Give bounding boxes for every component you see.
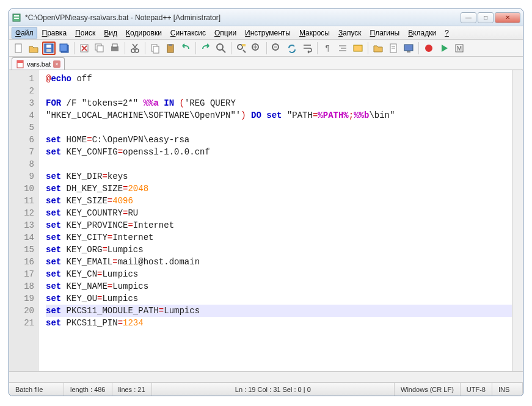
code-line[interactable] (46, 121, 512, 134)
save-icon (43, 43, 54, 54)
code-line[interactable]: set DH_KEY_SIZE=2048 (46, 183, 512, 195)
svg-rect-3 (15, 44, 21, 53)
status-eol: Windows (CR LF) (395, 383, 461, 396)
cut-icon (129, 43, 140, 54)
statusbar: Batch file length : 486 lines : 21 Ln : … (9, 382, 523, 396)
doc-button[interactable] (387, 42, 400, 55)
sync-button[interactable] (285, 42, 299, 55)
replace-button[interactable] (235, 42, 248, 55)
menu-кодировки[interactable]: Кодировки (122, 27, 166, 38)
file-icon (16, 60, 24, 68)
tab-label: vars.bat (27, 60, 51, 68)
monitor-button[interactable] (402, 42, 415, 55)
code-line[interactable]: set KEY_SIZE=4096 (46, 195, 512, 207)
menubar: ФайлПравкаПоискВидКодировкиСинтаксисОпци… (9, 26, 523, 40)
ws-button[interactable]: ¶ (321, 42, 334, 55)
svg-point-43 (425, 45, 432, 52)
save-all-button[interactable] (57, 42, 71, 55)
code-line[interactable]: set KEY_CITY=Internet (46, 231, 512, 244)
cut-button[interactable] (128, 42, 142, 55)
lang-button[interactable] (351, 42, 365, 55)
code-line[interactable]: set KEY_NAME=Lumpics (46, 280, 512, 292)
new-icon (13, 43, 24, 54)
code-line[interactable]: set KEY_OU=Lumpics (46, 292, 512, 305)
tab-close-icon[interactable]: × (53, 60, 60, 68)
open-button[interactable] (27, 42, 40, 55)
code-line[interactable]: set KEY_COUNTRY=RU (46, 207, 512, 219)
rec-button[interactable] (422, 42, 435, 55)
code-line[interactable]: set KEY_ORG=Lumpics (46, 244, 512, 256)
indent-button[interactable] (336, 42, 349, 55)
undo-button[interactable] (179, 42, 192, 55)
toolbar: ¶M (9, 40, 523, 57)
wrap-button[interactable] (301, 42, 314, 55)
menu-синтаксис[interactable]: Синтаксис (167, 27, 210, 38)
zoom-out-button[interactable] (270, 42, 283, 55)
folder-icon (373, 43, 384, 54)
file-tab[interactable]: vars.bat × (12, 57, 65, 70)
code-line[interactable]: set KEY_EMAIL=mail@host.domain (46, 256, 512, 268)
svg-rect-41 (404, 45, 413, 51)
code-line[interactable] (46, 85, 512, 97)
zoom-in-button[interactable] (250, 42, 263, 55)
maximize-button[interactable]: □ (478, 12, 494, 23)
play-button[interactable] (437, 42, 451, 55)
svg-rect-27 (242, 44, 246, 46)
code-line[interactable]: set KEY_CN=Lumpics (46, 268, 512, 280)
menu-вид[interactable]: Вид (100, 27, 121, 38)
svg-text:¶: ¶ (326, 44, 329, 53)
menu-плагины[interactable]: Плагины (366, 27, 404, 38)
close-button[interactable] (78, 42, 91, 55)
paste-icon (165, 43, 176, 54)
code-line[interactable]: set KEY_DIR=keys (46, 170, 512, 183)
menu-опции[interactable]: Опции (211, 27, 240, 38)
monitor-icon (403, 43, 414, 54)
redo-button[interactable] (199, 42, 213, 55)
minimize-button[interactable]: — (461, 12, 476, 23)
svg-line-25 (222, 49, 225, 53)
find-button[interactable] (214, 42, 228, 55)
replace-icon (236, 43, 247, 54)
menu-вкладки[interactable]: Вкладки (404, 27, 440, 38)
menu-инструменты[interactable]: Инструменты (241, 27, 294, 38)
svg-rect-21 (153, 46, 159, 53)
code-line[interactable] (46, 329, 512, 341)
code-line[interactable]: set KEY_CONFIG=openssl-1.0.0.cnf (46, 146, 512, 158)
code-line[interactable]: set HOME=C:\OpenVPN\easy-rsa (46, 134, 512, 146)
svg-rect-5 (46, 45, 51, 48)
print-button[interactable] (108, 42, 122, 55)
code-area[interactable]: @echo offFOR /F "tokens=2*" %%a IN ('REG… (38, 70, 512, 371)
folder-button[interactable] (371, 42, 385, 55)
copy-button[interactable] (148, 42, 162, 55)
rec-icon (423, 43, 434, 54)
svg-point-26 (238, 45, 242, 49)
status-filetype: Batch file (9, 383, 64, 396)
vertical-scrollbar[interactable] (512, 70, 523, 371)
new-button[interactable] (12, 42, 25, 55)
zoom-out-icon (271, 43, 282, 54)
menu-?[interactable]: ? (441, 27, 453, 38)
lang-icon (352, 43, 363, 54)
doc-icon (388, 43, 399, 54)
indent-icon (337, 43, 348, 54)
menu-файл[interactable]: Файл (12, 27, 37, 38)
menu-поиск[interactable]: Поиск (71, 27, 99, 38)
code-line[interactable]: FOR /F "tokens=2*" %%a IN ('REG QUERY (46, 97, 512, 109)
svg-point-24 (217, 44, 223, 50)
line-gutter: 123456789101112131415161718192021 (9, 70, 38, 371)
code-line[interactable]: set PKCS11_PIN=1234 (46, 317, 512, 329)
menu-макросы[interactable]: Макросы (296, 27, 333, 38)
code-line[interactable]: @echo off (46, 73, 512, 85)
code-line[interactable]: set KEY_PROVINCE=Internet (46, 219, 512, 231)
close-all-button[interactable] (93, 42, 106, 55)
code-line[interactable]: "HKEY_LOCAL_MACHINE\SOFTWARE\OpenVPN"') … (46, 109, 512, 121)
menu-правка[interactable]: Правка (38, 27, 71, 38)
horizontal-scrollbar[interactable] (9, 371, 523, 382)
code-line[interactable] (46, 158, 512, 170)
macro-button[interactable]: M (453, 42, 466, 55)
close-button[interactable]: ✕ (495, 12, 520, 23)
menu-запуск[interactable]: Запуск (335, 27, 365, 38)
paste-button[interactable] (164, 42, 177, 55)
save-button[interactable] (42, 42, 56, 55)
code-line[interactable]: set PKCS11_MODULE_PATH=Lumpics (46, 305, 512, 317)
